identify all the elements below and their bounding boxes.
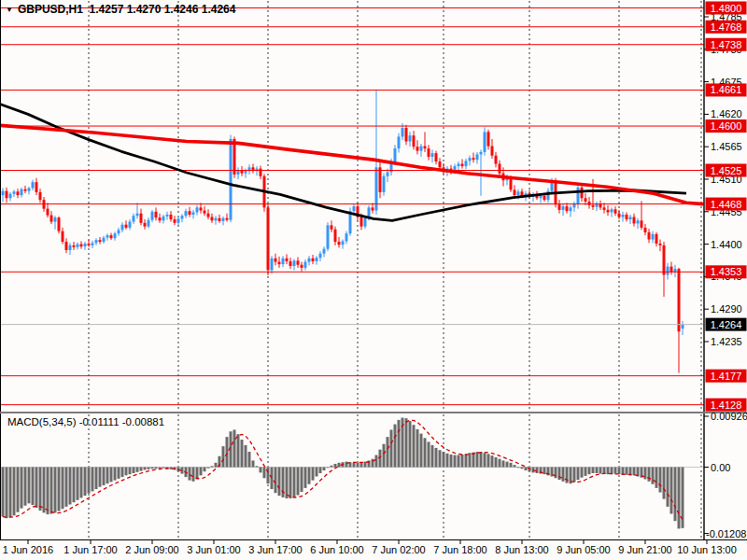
macd-bar: [312, 468, 315, 481]
macd-bar: [659, 468, 662, 493]
macd-bar: [80, 468, 83, 498]
candle-down: [189, 211, 191, 215]
level-badge-text: 1.4738: [711, 39, 742, 50]
macd-bar: [278, 468, 281, 497]
candle-up: [562, 206, 565, 210]
candle-down: [655, 234, 658, 244]
candle-down: [24, 189, 27, 191]
macd-bar: [506, 462, 509, 468]
macd-bar: [633, 468, 636, 476]
time-tick-label: 6 Jun 10:00: [310, 544, 364, 555]
candle-down: [566, 206, 569, 211]
time-tick-label: 3 Jun 17:00: [248, 544, 303, 555]
candle-up: [129, 222, 132, 228]
macd-bar: [663, 468, 666, 499]
candle-down: [226, 218, 229, 220]
candle-down: [289, 261, 292, 266]
macd-bar: [289, 468, 292, 499]
macd-tick-label: 0.00: [711, 462, 730, 473]
candle-down: [648, 232, 651, 240]
candle-up: [151, 212, 154, 220]
candle-up: [622, 215, 625, 217]
chart-canvas[interactable]: 1.47851.47301.46751.46201.45651.45101.44…: [0, 0, 747, 560]
candle-up: [517, 191, 520, 195]
macd-bar: [446, 454, 449, 468]
candle-up: [237, 171, 240, 175]
macd-bar: [674, 468, 677, 522]
candle-down: [491, 147, 494, 156]
candle-down: [487, 132, 490, 146]
macd-bar: [585, 468, 587, 476]
candle-up: [121, 225, 124, 231]
macd-bar: [192, 468, 195, 482]
time-tick-label: 7 Jun 18:00: [433, 544, 487, 555]
macd-bar: [148, 468, 150, 469]
candle-down: [211, 217, 214, 220]
candle-up: [458, 164, 460, 167]
candle-down: [125, 225, 128, 228]
candle-down: [65, 242, 68, 250]
candle-up: [364, 218, 367, 227]
macd-bar: [95, 468, 98, 490]
candle-down: [670, 267, 673, 273]
candle-down: [424, 147, 427, 149]
candle-up: [166, 215, 169, 217]
macd-bar: [375, 455, 378, 468]
macd-bar: [469, 453, 472, 467]
macd-bar: [618, 468, 621, 475]
candle-up: [637, 220, 640, 223]
macd-bar: [558, 468, 561, 481]
macd-bar: [151, 468, 154, 469]
candle-down: [275, 259, 277, 262]
macd-bar: [17, 468, 20, 512]
macd-bar: [420, 434, 423, 468]
macd-bar: [655, 468, 658, 488]
candle-up: [84, 244, 87, 246]
macd-bar: [110, 468, 113, 483]
macd-bar: [353, 463, 356, 468]
candle-down: [413, 135, 416, 147]
macd-bar: [405, 418, 408, 467]
candle-down: [435, 153, 438, 161]
macd-bar: [297, 468, 300, 496]
symbol-dropdown-icon[interactable]: ▼: [6, 6, 13, 14]
candle-down: [110, 235, 113, 238]
macd-bar: [517, 468, 520, 469]
candle-down: [278, 262, 281, 265]
candle-up: [387, 172, 389, 175]
macd-bar: [555, 468, 557, 479]
macd-bar: [596, 468, 599, 473]
macd-bar: [424, 438, 427, 467]
candle-up: [573, 204, 576, 208]
candle-down: [592, 205, 595, 207]
candle-down: [218, 218, 221, 221]
macd-bar: [118, 468, 120, 479]
level-badge-text: 1.4800: [711, 3, 742, 14]
candle-up: [353, 206, 356, 211]
macd-bar: [667, 468, 669, 507]
macd-bar: [129, 468, 132, 475]
macd-bar: [543, 468, 546, 475]
candle-down: [99, 240, 102, 242]
time-tick-label: 2 Jun 09:00: [125, 544, 179, 555]
macd-bar: [502, 460, 505, 467]
macd-bar: [465, 454, 468, 467]
macd-bar: [514, 465, 516, 467]
candle-down: [585, 198, 587, 202]
macd-bar: [357, 463, 359, 468]
macd-bar: [21, 468, 23, 509]
macd-bar: [189, 468, 191, 481]
candle-down: [372, 207, 374, 210]
macd-bar: [435, 448, 438, 468]
macd-bar: [301, 468, 303, 492]
level-badge-text: 1.4177: [711, 371, 742, 382]
macd-bar: [159, 468, 162, 469]
price-tick-label: 1.4565: [711, 141, 742, 152]
candle-down: [614, 209, 617, 213]
candle-up: [570, 207, 572, 211]
macd-bar: [162, 468, 165, 469]
macd-bar: [439, 450, 442, 467]
candle-up: [181, 216, 184, 218]
candle-up: [540, 196, 543, 199]
candle-down: [428, 148, 430, 157]
